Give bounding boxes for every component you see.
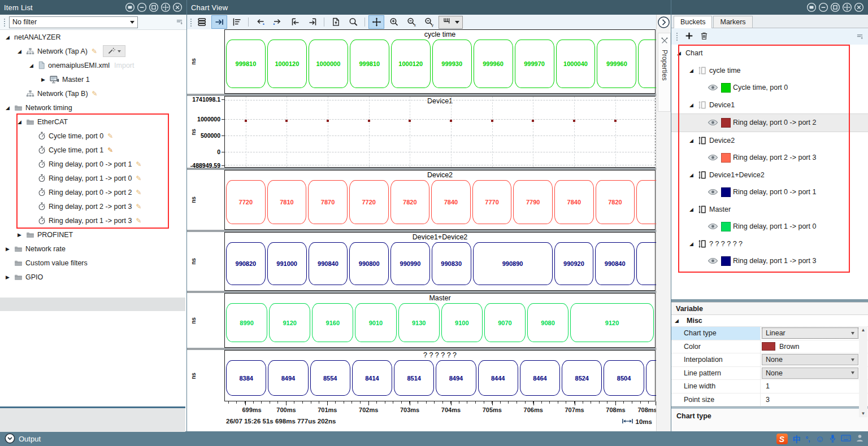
move-icon[interactable]: [842, 2, 852, 12]
move-icon[interactable]: [160, 2, 171, 12]
tree-item[interactable]: Ring delay, port 1 -> port 3✎: [0, 213, 185, 228]
maximize-icon[interactable]: [830, 2, 840, 12]
bucket-tree-item[interactable]: Cycle time, port 0: [671, 79, 868, 97]
tree-expander[interactable]: ▶: [6, 274, 14, 280]
bucket-tree-item[interactable]: Ring delay, port 2 -> port 3: [671, 149, 868, 167]
tree-item[interactable]: ◢Network timing: [0, 100, 185, 115]
auto-config-button[interactable]: [103, 45, 125, 57]
visibility-eye-icon[interactable]: [708, 223, 718, 230]
plot-area[interactable]: cycle time999810100012010000009998101000…: [224, 29, 656, 94]
tree-item[interactable]: ◢netANALYZER: [0, 30, 185, 44]
probe-dropdown-button[interactable]: [439, 16, 463, 29]
maximize-icon[interactable]: [149, 2, 159, 12]
page-start-button[interactable]: [287, 15, 303, 29]
bucket-tree-item[interactable]: Ring delay, port 0 -> port 2: [671, 113, 868, 132]
microphone-icon[interactable]: [830, 434, 836, 444]
toolbar-grip[interactable]: [3, 18, 6, 27]
keyboard-icon[interactable]: [841, 435, 851, 443]
property-dropdown[interactable]: Linear: [762, 327, 858, 339]
tree-expander[interactable]: ◢: [677, 50, 685, 56]
close-icon[interactable]: [172, 2, 183, 12]
page-end-button[interactable]: [305, 15, 320, 29]
toolbar-grip[interactable]: [190, 18, 192, 27]
tab-properties[interactable]: Properties: [658, 33, 671, 112]
edit-pencil-icon[interactable]: ✎: [92, 48, 97, 55]
stack-charts-button[interactable]: [194, 15, 210, 29]
search-button[interactable]: [345, 15, 361, 29]
property-scrollbar[interactable]: ▲▼: [859, 326, 867, 417]
property-row[interactable]: Chart typeLinear: [671, 327, 868, 340]
tree-item[interactable]: ▶Master 1: [0, 72, 185, 86]
tree-expander[interactable]: ◢: [689, 138, 698, 143]
tree-expander[interactable]: ◢: [689, 241, 698, 247]
chinese-mode-indicator[interactable]: 中: [793, 435, 801, 443]
edit-pencil-icon[interactable]: ✎: [107, 133, 113, 139]
tree-expander[interactable]: ◢: [689, 172, 698, 178]
sort-options-icon[interactable]: [176, 19, 183, 25]
output-toggle[interactable]: Output: [5, 433, 41, 445]
tree-item[interactable]: Network (Tap B)✎: [0, 86, 185, 100]
bucket-tree-item[interactable]: ◢Chart: [671, 45, 868, 62]
step-forward-button[interactable]: [270, 15, 285, 29]
tree-expander[interactable]: ◢: [18, 49, 26, 54]
plot-area[interactable]: Device1+Device29908209910009908409908009…: [224, 232, 656, 291]
bucket-tree-item[interactable]: Ring delay, port 1 -> port 3: [671, 252, 868, 270]
visibility-eye-icon[interactable]: [708, 257, 718, 264]
edit-pencil-icon[interactable]: ✎: [136, 217, 141, 224]
tree-item[interactable]: Ring delay, port 1 -> port 0✎: [0, 171, 185, 185]
edit-pencil-icon[interactable]: ✎: [136, 175, 141, 182]
tree-expander[interactable]: ▶: [41, 77, 50, 82]
misc-group-row[interactable]: ◢ Misc: [671, 315, 868, 327]
tree-expander[interactable]: ◢: [689, 68, 698, 73]
edit-pencil-icon[interactable]: ✎: [136, 203, 141, 210]
bucket-tree-item[interactable]: ◢Device2: [671, 132, 868, 150]
bucket-tree-item[interactable]: ◢Device1: [671, 97, 868, 114]
tree-expander[interactable]: ▶: [18, 232, 26, 238]
zoom-out-y-button[interactable]: y: [421, 15, 437, 29]
tree-item[interactable]: ▶GPIO: [0, 270, 185, 284]
add-bucket-button[interactable]: [685, 32, 693, 42]
tree-item[interactable]: Ring delay, port 0 -> port 2✎: [0, 185, 185, 199]
sogou-ime-logo[interactable]: S: [776, 434, 788, 444]
group-expander[interactable]: ◢: [675, 318, 683, 323]
tree-item[interactable]: Cycle time, port 0✎: [0, 129, 185, 143]
tree-item[interactable]: Ring delay, port 0 -> port 1✎: [0, 157, 185, 171]
emoji-button[interactable]: ☺: [815, 435, 824, 444]
pan-button[interactable]: [368, 15, 384, 29]
bucket-tree-item[interactable]: Ring delay, port 1 -> port 0: [671, 218, 868, 235]
property-row[interactable]: Line width1: [671, 380, 868, 393]
tree-item[interactable]: Ring delay, port 2 -> port 3✎: [0, 199, 185, 213]
tree-item[interactable]: ▶Network rate: [0, 242, 185, 256]
close-icon[interactable]: [854, 2, 864, 12]
bucket-tree-item[interactable]: ◢Master: [671, 201, 868, 218]
step-back-button[interactable]: [252, 15, 268, 29]
jump-to-end-button[interactable]: [211, 15, 227, 29]
tree-expander[interactable]: ◢: [689, 207, 698, 212]
tree-item[interactable]: ◢onemaiplusEMI.xmlImport: [0, 58, 185, 72]
tab-buckets[interactable]: Buckets: [674, 16, 712, 28]
tree-item[interactable]: Cycle time, port 1✎: [0, 143, 185, 157]
bucket-tree-item[interactable]: Ring delay, port 0 -> port 1: [671, 183, 868, 201]
zoom-in-button[interactable]: [386, 15, 402, 29]
punctuation-indicator[interactable]: °,: [806, 436, 810, 443]
expand-panel-button[interactable]: [657, 16, 670, 30]
visibility-eye-icon[interactable]: [708, 84, 718, 91]
tree-item[interactable]: ◢EtherCAT: [0, 115, 185, 129]
bucket-tree-item[interactable]: ◢Device1+Device2: [671, 167, 868, 184]
plot-area[interactable]: Device2772078107870772078207840777077907…: [224, 170, 656, 230]
minimize-icon[interactable]: [818, 2, 828, 12]
dock-icon[interactable]: [806, 2, 817, 12]
user-icon[interactable]: [856, 434, 863, 444]
tree-expander[interactable]: ◢: [6, 105, 14, 111]
property-row[interactable]: InterpolationNone: [671, 353, 868, 367]
tree-expander[interactable]: ◢: [29, 63, 38, 68]
tree-expander[interactable]: ▶: [6, 246, 14, 252]
export-page-button[interactable]: [328, 15, 344, 29]
tree-item[interactable]: ▶PROFINET: [0, 228, 185, 242]
edit-pencil-icon[interactable]: ✎: [136, 189, 141, 196]
visibility-eye-icon[interactable]: [708, 119, 718, 126]
edit-pencil-icon[interactable]: ✎: [136, 161, 141, 168]
zoom-out-x-button[interactable]: x: [403, 15, 419, 29]
property-row[interactable]: ColorBrown: [671, 340, 868, 354]
toolbar-grip[interactable]: [676, 32, 678, 41]
